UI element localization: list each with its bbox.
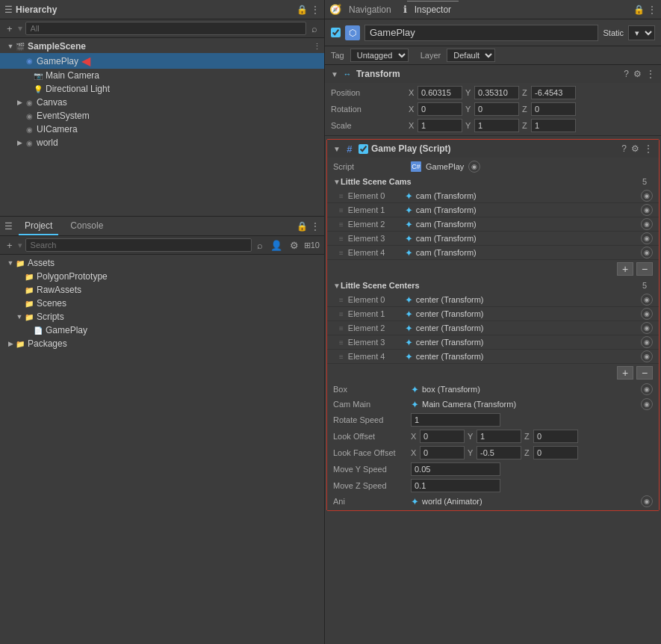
- tab-navigation[interactable]: Navigation: [341, 1, 399, 18]
- transform-header[interactable]: ▼ ↔ Transform ? ⚙ ⋮: [325, 65, 661, 83]
- script-settings-icon[interactable]: ⚙: [631, 143, 639, 154]
- move-y-speed-input[interactable]: [411, 462, 500, 476]
- static-dropdown[interactable]: ▾: [628, 25, 655, 40]
- hierarchy-lock-icon[interactable]: 🔒: [297, 4, 308, 15]
- transform-settings-icon[interactable]: ⚙: [633, 69, 642, 79]
- scale-y-input[interactable]: [474, 119, 519, 132]
- script-more-icon[interactable]: ⋮: [644, 143, 653, 154]
- center-drag-icon-4[interactable]: ≡: [339, 353, 344, 361]
- tab-console[interactable]: Console: [64, 217, 109, 235]
- project-user-icon[interactable]: 👤: [268, 239, 285, 252]
- packages-folder-icon: 📁: [15, 338, 25, 349]
- inspector-lock-icon[interactable]: 🔒: [633, 4, 645, 15]
- raw-assets-folder[interactable]: ▶ 📁 RawAssets: [0, 283, 324, 297]
- center-drag-icon-1[interactable]: ≡: [339, 310, 344, 318]
- look-face-offset-x-input[interactable]: [420, 446, 465, 459]
- rotation-y-input[interactable]: [474, 102, 519, 116]
- center-ref-button-4[interactable]: ◉: [641, 350, 653, 362]
- tag-dropdown[interactable]: Untagged: [350, 49, 409, 62]
- drag-icon-0[interactable]: ≡: [339, 192, 344, 200]
- gameplay-script-item[interactable]: ▶ 📄 GamePlay: [0, 323, 324, 337]
- hierarchy-item-samplescene[interactable]: ▼ 🎬 SampleScene ⋮: [0, 40, 324, 53]
- centers-expand-icon: ▼: [333, 282, 341, 290]
- scale-z-input[interactable]: [531, 119, 576, 132]
- center-drag-icon-3[interactable]: ≡: [339, 338, 344, 347]
- drag-icon-1[interactable]: ≡: [339, 206, 344, 214]
- hierarchy-more-icon[interactable]: ⋮: [311, 4, 320, 15]
- center-ref-button-1[interactable]: ◉: [641, 308, 653, 320]
- center-ref-button-2[interactable]: ◉: [641, 322, 653, 334]
- center-ref-button-0[interactable]: ◉: [641, 294, 653, 306]
- project-search-icon[interactable]: ⌕: [255, 239, 265, 252]
- transform-help-icon[interactable]: ?: [624, 69, 629, 79]
- project-search-input[interactable]: [25, 238, 252, 252]
- cam-ref-button-2[interactable]: ◉: [641, 218, 653, 230]
- rotation-z-input[interactable]: [531, 102, 576, 116]
- drag-icon-3[interactable]: ≡: [339, 235, 344, 243]
- drag-icon-2[interactable]: ≡: [339, 220, 344, 229]
- hierarchy-menu-icon[interactable]: ☰: [4, 4, 13, 15]
- hierarchy-item-eventsystem[interactable]: ▶ ◉ EventSystem: [0, 109, 324, 123]
- cam-ref-button-3[interactable]: ◉: [641, 232, 653, 244]
- project-add-button[interactable]: +: [4, 239, 15, 252]
- scenes-folder[interactable]: ▶ 📁 Scenes: [0, 297, 324, 310]
- transform-more-icon[interactable]: ⋮: [646, 69, 655, 79]
- polygon-prototype-folder[interactable]: ▶ 📁 PolygonPrototype: [0, 270, 324, 283]
- hierarchy-search-input[interactable]: [25, 22, 306, 35]
- cams-add-button[interactable]: +: [617, 262, 633, 276]
- centers-remove-button[interactable]: −: [636, 366, 653, 380]
- hierarchy-add-button[interactable]: +: [4, 22, 15, 35]
- look-offset-y-input[interactable]: [477, 430, 521, 443]
- cam-ref-button-1[interactable]: ◉: [641, 204, 653, 216]
- rotate-speed-input[interactable]: [411, 413, 500, 427]
- hierarchy-item-world[interactable]: ▶ ◉ world: [0, 136, 324, 149]
- cam-ref-button-0[interactable]: ◉: [641, 190, 653, 202]
- script-component-header[interactable]: ▼ # Game Play (Script) ? ⚙ ⋮: [327, 140, 659, 158]
- look-face-offset-z-input[interactable]: [533, 446, 578, 459]
- position-z-input[interactable]: [531, 86, 576, 99]
- box-ref-button[interactable]: ◉: [641, 383, 653, 395]
- hierarchy-item-main-camera[interactable]: ▶ 📷 Main Camera: [0, 69, 324, 82]
- ani-ref-button[interactable]: ◉: [641, 495, 653, 507]
- hierarchy-item-canvas[interactable]: ▶ ◉ Canvas: [0, 96, 324, 109]
- object-active-checkbox[interactable]: [331, 28, 341, 37]
- project-more-icon[interactable]: ⋮: [311, 221, 320, 232]
- look-offset-z-input[interactable]: [533, 430, 578, 443]
- scene-more-icon[interactable]: ⋮: [313, 42, 321, 52]
- project-filter-icon[interactable]: ⚙: [288, 239, 301, 252]
- center-ref-button-3[interactable]: ◉: [641, 336, 653, 348]
- drag-icon-4[interactable]: ≡: [339, 249, 344, 257]
- center-drag-icon-0[interactable]: ≡: [339, 296, 344, 304]
- hierarchy-search-icon[interactable]: ⌕: [309, 22, 320, 35]
- project-lock-icon[interactable]: 🔒: [297, 221, 308, 232]
- script-help-icon[interactable]: ?: [621, 143, 627, 154]
- position-x-input[interactable]: [418, 86, 462, 99]
- inspector-more-icon[interactable]: ⋮: [648, 4, 657, 15]
- scale-x-input[interactable]: [418, 119, 462, 132]
- look-face-offset-y-input[interactable]: [477, 446, 521, 459]
- layer-dropdown[interactable]: Default: [447, 49, 495, 62]
- packages-folder[interactable]: ▶ 📁 Packages: [0, 337, 324, 350]
- scripts-folder[interactable]: ▼ 📁 Scripts: [0, 310, 324, 323]
- hierarchy-item-uicamera[interactable]: ▶ ◉ UICamera: [0, 123, 324, 136]
- little-scene-cams-header[interactable]: ▼ Little Scene Cams 5: [327, 174, 659, 189]
- cam-main-ref-button[interactable]: ◉: [641, 398, 653, 410]
- tab-inspector[interactable]: Inspector: [407, 1, 459, 18]
- rotation-x-input[interactable]: [418, 102, 462, 116]
- move-z-speed-input[interactable]: [411, 479, 500, 492]
- project-menu-icon[interactable]: ☰: [4, 221, 13, 232]
- script-active-checkbox[interactable]: [359, 144, 368, 154]
- object-name-input[interactable]: [364, 25, 598, 41]
- center-drag-icon-2[interactable]: ≡: [339, 324, 344, 332]
- hierarchy-item-gameplay[interactable]: ▶ ◉ GamePlay ◀: [0, 53, 324, 69]
- look-offset-x-input[interactable]: [420, 430, 465, 443]
- cam-ref-button-4[interactable]: ◉: [641, 247, 653, 258]
- cams-remove-button[interactable]: −: [636, 262, 653, 276]
- little-scene-centers-header[interactable]: ▼ Little Scene Centers 5: [327, 278, 659, 293]
- tab-project[interactable]: Project: [19, 217, 58, 235]
- hierarchy-item-directional-light[interactable]: ▶ 💡 Directional Light: [0, 82, 324, 96]
- position-y-input[interactable]: [474, 86, 519, 99]
- assets-folder[interactable]: ▼ 📁 Assets: [0, 256, 324, 270]
- script-ref-dot-button[interactable]: ◉: [468, 161, 480, 173]
- centers-add-button[interactable]: +: [617, 366, 633, 380]
